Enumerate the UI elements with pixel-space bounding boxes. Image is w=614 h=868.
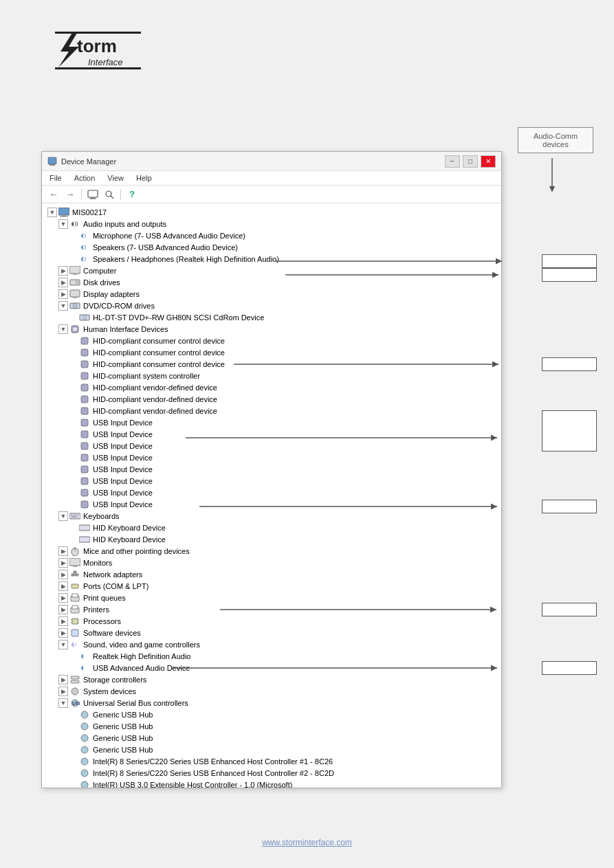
expand-sound[interactable]: ▼ [58, 640, 68, 649]
tree-item-usb-hub-2[interactable]: Generic USB Hub [42, 720, 501, 732]
tree-item-mice[interactable]: ▶ Mice and other pointing devices [42, 545, 501, 557]
tree-item-dvd[interactable]: ▼ DVD/CD-ROM drives [42, 300, 501, 311]
svg-rect-74 [71, 680, 79, 683]
menu-view[interactable]: View [105, 173, 126, 183]
tree-item-print-queues[interactable]: ▶ Print queues [42, 592, 501, 603]
expand-monitors[interactable]: ▶ [58, 558, 68, 568]
forward-button[interactable]: → [63, 188, 78, 201]
tree-item-processors[interactable]: ▶ Processors [42, 615, 501, 627]
expand-software[interactable]: ▶ [58, 628, 68, 638]
usb-input-icon-6 [79, 476, 90, 487]
tree-item-intel-usb-2[interactable]: Intel(R) 8 Series/C220 Series USB Enhanc… [42, 767, 501, 779]
minimize-button[interactable]: − [445, 155, 460, 168]
tree-item-usb-input-5[interactable]: USB Input Device [42, 463, 501, 475]
svg-rect-51 [79, 525, 90, 531]
expand-storage[interactable]: ▶ [58, 675, 68, 685]
tree-item-realtek[interactable]: Realtek High Definition Audio [42, 650, 501, 662]
tree-item-display[interactable]: ▶ Display adapters [42, 288, 501, 300]
expand-printers[interactable]: ▶ [58, 605, 68, 614]
usb-controllers-label: Universal Serial Bus controllers [83, 699, 188, 707]
help-button[interactable]: ? [124, 188, 140, 201]
expand-display[interactable]: ▶ [58, 289, 68, 299]
search-button[interactable] [102, 188, 117, 201]
tree-item-audio-inputs[interactable]: ▼ Audio inputs and outputs [42, 218, 501, 230]
tree-item-keyboards[interactable]: ▼ Keyboards [42, 510, 501, 522]
tree-item-root[interactable]: ▼ MIS00217 [42, 206, 501, 218]
dvd-icon [69, 300, 80, 311]
tree-item-usb-controllers[interactable]: ▼ USB Universal Serial Bus controllers [42, 697, 501, 709]
expand-mice[interactable]: ▶ [58, 546, 68, 556]
expand-network[interactable]: ▶ [58, 570, 68, 579]
tree-item-monitors[interactable]: ▶ Monitors [42, 557, 501, 568]
tree-item-hid[interactable]: ▼ Human Interface Devices [42, 323, 501, 335]
software-icon [69, 627, 80, 638]
tree-item-usb-input-4[interactable]: USB Input Device [42, 452, 501, 463]
svg-rect-73 [71, 676, 79, 679]
expand-usb[interactable]: ▼ [58, 698, 68, 708]
tree-item-network[interactable]: ▶ Network adapters [42, 568, 501, 580]
tree-item-usb-input-6[interactable]: USB Input Device [42, 475, 501, 487]
tree-item-usb-input-7[interactable]: USB Input Device [42, 487, 501, 498]
expand-root[interactable]: ▼ [47, 208, 57, 217]
menu-file[interactable]: File [47, 173, 64, 183]
expand-system[interactable]: ▶ [58, 687, 68, 696]
svg-rect-21 [73, 297, 77, 298]
toolbar: ← → ? [42, 186, 501, 203]
processors-label: Processors [83, 617, 121, 625]
expand-ports[interactable]: ▶ [58, 581, 68, 591]
tree-item-intel-usb3[interactable]: Intel(R) USB 3.0 Extensible Host Control… [42, 779, 501, 788]
expand-computer[interactable]: ▶ [58, 266, 68, 276]
expand-keyboards[interactable]: ▼ [58, 511, 68, 521]
tree-item-software[interactable]: ▶ Software devices [42, 627, 501, 638]
tree-item-usb-input-8[interactable]: USB Input Device [42, 498, 501, 510]
tree-item-usb-input-1[interactable]: USB Input Device [42, 416, 501, 428]
computer-button[interactable] [85, 188, 100, 201]
tree-item-usb-input-3[interactable]: USB Input Device [42, 440, 501, 452]
close-button[interactable]: ✕ [481, 155, 496, 168]
back-button[interactable]: ← [46, 188, 61, 201]
tree-item-usb-hub-3[interactable]: Generic USB Hub [42, 732, 501, 744]
tree-item-hid-consumer-2[interactable]: HID-compliant consumer control device [42, 346, 501, 358]
tree-item-speakers-2[interactable]: Speakers / Headphones (Realtek High Defi… [42, 253, 501, 265]
expand-dvd[interactable]: ▼ [58, 301, 68, 311]
expand-hid[interactable]: ▼ [58, 324, 68, 334]
tree-item-cdrom[interactable]: HL-DT-ST DVD+-RW GH80N SCSI CdRom Device [42, 311, 501, 323]
tree-item-usb-hub-4[interactable]: Generic USB Hub [42, 744, 501, 755]
tree-item-microphone[interactable]: Microphone (7- USB Advanced Audio Device… [42, 230, 501, 241]
title-controls[interactable]: − □ ✕ [445, 155, 496, 168]
tree-view[interactable]: ▼ MIS00217 ▼ Audio inputs and outputs Mi… [42, 203, 501, 788]
network-label: Network adapters [83, 570, 142, 579]
expand-disk[interactable]: ▶ [58, 278, 68, 287]
tree-item-hid-vendor-3[interactable]: HID-compliant vendor-defined device [42, 405, 501, 416]
callout-label: Audio-Comm devices [534, 132, 578, 148]
menu-action[interactable]: Action [72, 173, 98, 183]
realtek-icon [79, 651, 90, 662]
expand-print-queues[interactable]: ▶ [58, 593, 68, 603]
tree-item-hid-consumer-1[interactable]: HID-compliant consumer control device [42, 335, 501, 346]
tree-item-intel-usb-1[interactable]: Intel(R) 8 Series/C220 Series USB Enhanc… [42, 755, 501, 767]
tree-item-speakers-1[interactable]: Speakers (7- USB Advanced Audio Device) [42, 241, 501, 253]
search-icon [104, 189, 115, 200]
menu-help[interactable]: Help [134, 173, 154, 183]
ann-arrow-speakers [275, 261, 564, 263]
tree-item-usb-hub-1[interactable]: Generic USB Hub [42, 709, 501, 720]
svg-rect-47 [73, 515, 74, 516]
microphone-icon [79, 230, 90, 241]
tree-item-hid-keyboard-1[interactable]: HID Keyboard Device [42, 522, 501, 533]
tree-item-sound[interactable]: ▼ Sound, video and game controllers [42, 638, 501, 650]
svg-point-11 [106, 191, 111, 197]
tree-item-disk[interactable]: ▶ Disk drives [42, 276, 501, 288]
expand-processors[interactable]: ▶ [58, 616, 68, 626]
tree-item-hid-system[interactable]: HID-compliant system controller [42, 370, 501, 381]
tree-item-system[interactable]: ▶ System devices [42, 685, 501, 697]
expand-audio[interactable]: ▼ [58, 219, 68, 229]
tree-item-ports[interactable]: ▶ Ports (COM & LPT) [42, 580, 501, 592]
svg-rect-48 [75, 515, 76, 516]
tree-item-hid-keyboard-2[interactable]: HID Keyboard Device [42, 533, 501, 545]
tree-item-storage[interactable]: ▶ Storage controllers [42, 674, 501, 685]
svg-rect-44 [81, 501, 88, 508]
tree-item-hid-vendor-1[interactable]: HID-compliant vendor-defined device [42, 381, 501, 393]
tree-item-hid-vendor-2[interactable]: HID-compliant vendor-defined device [42, 393, 501, 405]
software-label: Software devices [83, 629, 141, 637]
maximize-button[interactable]: □ [463, 155, 478, 168]
